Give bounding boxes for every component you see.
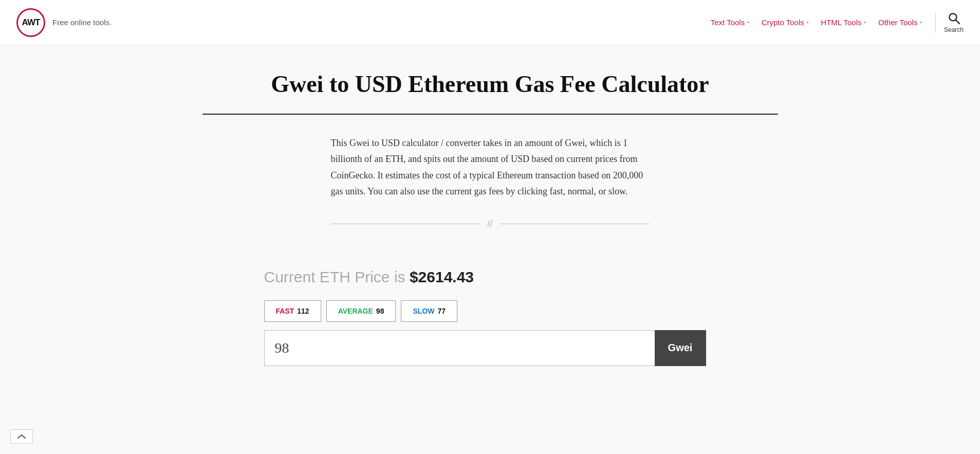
logo-link[interactable]: AWT Free online tools. xyxy=(16,8,112,37)
logo-text: AWT xyxy=(22,17,40,28)
eth-price-value: $2614.43 xyxy=(410,268,474,285)
chevron-up-icon xyxy=(17,433,26,440)
divider: // xyxy=(331,219,650,229)
search-button[interactable]: Search xyxy=(944,11,964,33)
description-text: This Gwei to USD calculator / converter … xyxy=(331,135,650,200)
gwei-input[interactable] xyxy=(264,330,655,366)
logo-icon: AWT xyxy=(16,8,45,37)
average-value: 98 xyxy=(376,307,384,315)
main-nav: Text Tools • Crypto Tools • HTML Tools •… xyxy=(706,11,964,33)
fast-value: 112 xyxy=(297,307,309,315)
header: AWT Free online tools. Text Tools • Cryp… xyxy=(0,0,980,45)
slow-label: SLOW xyxy=(413,307,434,315)
description-section: This Gwei to USD calculator / converter … xyxy=(202,115,778,268)
svg-line-1 xyxy=(956,20,959,24)
logo-tagline: Free online tools. xyxy=(52,18,112,27)
fast-gas-button[interactable]: FAST 112 xyxy=(264,300,321,322)
nav-divider xyxy=(935,12,936,33)
gwei-input-row: Gwei xyxy=(202,330,768,366)
nav-crypto-tools[interactable]: Crypto Tools • xyxy=(756,14,814,31)
gas-buttons-row: FAST 112 AVERAGE 98 SLOW 77 xyxy=(202,300,778,322)
scroll-up-button[interactable] xyxy=(10,429,33,444)
divider-line-right xyxy=(500,224,650,224)
eth-price-label: Current ETH Price is xyxy=(264,268,410,285)
nav-text-tools[interactable]: Text Tools • xyxy=(706,14,754,31)
gwei-unit-label: Gwei xyxy=(655,330,706,366)
average-gas-button[interactable]: AVERAGE 98 xyxy=(326,300,396,322)
divider-line-left xyxy=(331,224,480,224)
title-section: Gwei to USD Ethereum Gas Fee Calculator xyxy=(202,45,778,115)
search-label: Search xyxy=(944,26,964,33)
search-icon xyxy=(947,11,960,25)
main-content: Gwei to USD Ethereum Gas Fee Calculator … xyxy=(182,45,799,366)
divider-symbol: // xyxy=(488,219,493,229)
average-label: AVERAGE xyxy=(338,307,373,315)
slow-gas-button[interactable]: SLOW 77 xyxy=(401,300,457,322)
nav-other-tools[interactable]: Other Tools • xyxy=(873,14,927,31)
nav-html-tools[interactable]: HTML Tools • xyxy=(816,14,871,31)
slow-value: 77 xyxy=(437,307,446,315)
fast-label: FAST xyxy=(276,307,294,315)
eth-price-section: Current ETH Price is $2614.43 xyxy=(202,268,778,286)
page-title: Gwei to USD Ethereum Gas Fee Calculator xyxy=(202,71,778,98)
